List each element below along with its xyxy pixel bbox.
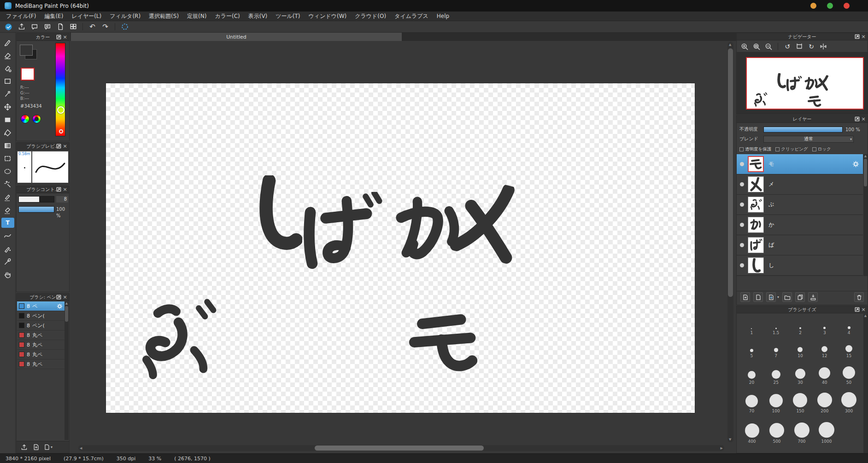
transfer-layer-button[interactable] xyxy=(766,292,776,302)
layer-row[interactable]: メ xyxy=(737,174,863,195)
canvas-vertical-scrollbar[interactable]: ▲ ▼ xyxy=(727,42,733,442)
fill-rect-tool[interactable] xyxy=(1,115,14,125)
brush-size-option[interactable]: 3 xyxy=(812,316,837,336)
brush-size-option[interactable]: 7 xyxy=(764,336,788,359)
layer-row[interactable]: モ xyxy=(737,154,863,174)
duplicate-layer-button[interactable] xyxy=(753,292,763,302)
undo-button[interactable]: ↶ xyxy=(87,22,98,32)
select-eraser-tool[interactable] xyxy=(1,205,14,215)
scroll-up-icon[interactable]: ▲ xyxy=(729,43,731,46)
export-button[interactable] xyxy=(16,22,27,32)
scrollbar-thumb[interactable] xyxy=(65,306,68,322)
layer-visibility-toggle[interactable] xyxy=(740,243,744,247)
minimize-button[interactable] xyxy=(810,3,816,9)
menu-item-edit[interactable]: 編集(E) xyxy=(40,12,67,21)
layer-list-scrollbar[interactable]: ▲ xyxy=(863,154,868,276)
brush-size-option[interactable]: 1 xyxy=(739,316,764,336)
scroll-right-icon[interactable]: ▶ xyxy=(721,446,723,450)
layer-visibility-toggle[interactable] xyxy=(740,263,744,267)
popout-icon[interactable] xyxy=(855,34,860,39)
delete-layer-button[interactable] xyxy=(854,292,864,302)
brush-size-option[interactable]: 300 xyxy=(837,386,861,415)
popout-icon[interactable] xyxy=(56,144,61,149)
scroll-left-icon[interactable]: ◀ xyxy=(80,446,82,450)
close-icon[interactable]: × xyxy=(62,143,68,150)
layer-visibility-toggle[interactable] xyxy=(740,223,744,227)
brush-size-option[interactable]: 2 xyxy=(788,316,813,336)
checkbox-box[interactable] xyxy=(775,147,780,151)
brush-size-option[interactable]: 1000 xyxy=(814,415,839,445)
rotate-cw-button[interactable]: ↻ xyxy=(806,42,816,51)
checkbox-box[interactable] xyxy=(812,147,816,151)
foreground-color-swatch[interactable] xyxy=(20,45,33,56)
layer-visibility-toggle[interactable] xyxy=(740,182,744,186)
brush-size-slider[interactable] xyxy=(18,196,54,203)
popout-icon[interactable] xyxy=(855,307,860,312)
scroll-up-icon[interactable]: ▲ xyxy=(864,154,867,158)
menu-item-window[interactable]: ウィンドウ(W) xyxy=(305,12,351,21)
brush-opacity-slider[interactable] xyxy=(18,206,54,213)
menu-item-layer[interactable]: レイヤー(L) xyxy=(67,12,106,21)
memo-icon[interactable] xyxy=(41,22,53,32)
document-tab[interactable]: Untitled xyxy=(71,33,402,41)
navigator-preview-area[interactable] xyxy=(737,52,868,114)
zoom-fit-button[interactable] xyxy=(751,42,762,51)
lasso-tool[interactable] xyxy=(1,166,14,176)
hue-slider-handle[interactable] xyxy=(57,106,65,114)
scrollbar-thumb[interactable] xyxy=(315,446,484,451)
popout-icon[interactable] xyxy=(56,187,61,192)
scroll-up-icon[interactable]: ▲ xyxy=(65,301,68,305)
divide-tool[interactable] xyxy=(1,243,14,254)
current-color-swatch[interactable] xyxy=(21,68,35,81)
menu-item-color[interactable]: カラー(C) xyxy=(211,12,244,21)
flip-horizontal-button[interactable] xyxy=(818,42,828,51)
redo-button[interactable]: ↷ xyxy=(100,22,111,32)
brush-size-option[interactable]: 1.5 xyxy=(764,316,788,336)
layer-visibility-toggle[interactable] xyxy=(740,203,744,207)
brush-size-value[interactable]: 8 xyxy=(56,196,68,203)
zoom-out-button[interactable] xyxy=(763,42,774,51)
eyedropper-tool[interactable] xyxy=(1,256,14,266)
close-button[interactable] xyxy=(844,3,850,9)
menu-item-ruler[interactable]: 定規(N) xyxy=(183,12,211,21)
zoom-in-button[interactable] xyxy=(739,42,750,51)
popout-icon[interactable] xyxy=(56,295,61,300)
popout-icon[interactable] xyxy=(855,116,860,122)
blend-mode-select[interactable]: 通常 ▾ xyxy=(763,136,854,143)
brush-size-option[interactable]: 20 xyxy=(739,359,764,386)
brush-size-option[interactable]: 12 xyxy=(812,336,837,359)
layer-row[interactable]: か xyxy=(737,215,863,235)
scrollbar-thumb[interactable] xyxy=(864,159,867,186)
opacity-slider[interactable] xyxy=(763,127,843,133)
menu-item-file[interactable]: ファイル(F) xyxy=(2,12,40,21)
select-rect-tool[interactable] xyxy=(1,153,14,163)
brush-item[interactable]: 8 ペン( xyxy=(17,321,65,330)
copy-layer-button[interactable] xyxy=(795,292,805,302)
brush-size-option[interactable]: 100 xyxy=(764,386,788,415)
text-tool[interactable]: T xyxy=(1,218,14,228)
brush-size-option[interactable]: 400 xyxy=(739,415,764,445)
brush-item[interactable]: 8 ペン( xyxy=(17,311,65,321)
menu-item-select[interactable]: 選択範囲(S) xyxy=(145,12,183,21)
brush-size-option[interactable]: 150 xyxy=(788,386,813,415)
brush-item[interactable]: 8 丸ペ xyxy=(17,359,65,369)
brush-size-scrollbar[interactable]: ▲ xyxy=(863,314,868,453)
gradient-tool[interactable] xyxy=(1,140,14,150)
eraser-tool[interactable] xyxy=(1,50,14,60)
brush-size-option[interactable]: 5 xyxy=(739,336,764,359)
add-brush-button[interactable] xyxy=(31,443,41,452)
rotate-ccw-button[interactable]: ↺ xyxy=(782,42,792,51)
brush-size-option[interactable]: 15 xyxy=(837,336,861,359)
brush-size-option[interactable]: 70 xyxy=(739,386,764,415)
brush-item[interactable]: 8 丸ペ xyxy=(17,330,65,340)
close-icon[interactable]: × xyxy=(62,34,68,41)
document-icon[interactable] xyxy=(54,22,66,32)
scrollbar-thumb[interactable] xyxy=(728,48,733,297)
brush-size-option[interactable]: 50 xyxy=(837,359,861,386)
layer-row[interactable]: ば xyxy=(737,235,863,255)
comment-icon[interactable] xyxy=(29,22,40,32)
reset-view-button[interactable] xyxy=(794,42,804,51)
brush-size-option[interactable]: 4 xyxy=(837,316,861,336)
scroll-up-icon[interactable]: ▲ xyxy=(864,314,867,318)
workspace-grid-icon[interactable] xyxy=(67,22,79,32)
